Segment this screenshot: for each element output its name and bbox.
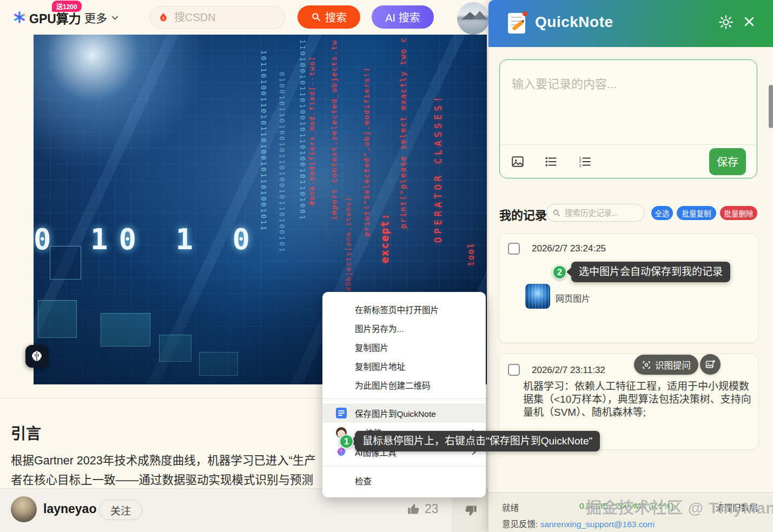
- menu-item-inspect[interactable]: 检查: [322, 471, 486, 490]
- my-records-title: 我的记录: [499, 205, 547, 223]
- brain-icon: [30, 350, 43, 363]
- logo-promo-badge: 送1200: [52, 1, 82, 12]
- scan-image-icon: [642, 360, 651, 370]
- records-search-input[interactable]: [565, 209, 638, 217]
- quicknote-title: QuickNote: [535, 14, 613, 31]
- search-button[interactable]: 搜索: [298, 5, 360, 29]
- menu-item-copy-image[interactable]: 复制图片: [322, 337, 486, 356]
- like-button[interactable]: 23: [407, 502, 439, 516]
- thumb-up-icon: [407, 502, 421, 516]
- more-label: 更多: [84, 9, 107, 25]
- menu-item-label: 保存图片到QuickNote: [355, 407, 436, 419]
- context-menu: 在新标签页中打开图片 图片另存为... 复制图片 复制图片地址 为此图片创建二维…: [322, 292, 486, 497]
- note-date: 2026/2/7 23:11:32: [532, 365, 605, 376]
- note-image-thumbnail[interactable]: [525, 284, 550, 309]
- quicknote-header: QuickNote: [488, 0, 773, 47]
- quicknote-doc-icon: [336, 408, 347, 418]
- menu-item-save-to-quicknote[interactable]: 保存图片到QuickNote: [322, 403, 486, 423]
- csdn-logo-icon: [12, 10, 27, 25]
- note-input-card: 123 保存: [499, 59, 757, 178]
- csdn-header: GPU算力 送1200 更多 搜索 AI 搜索: [0, 0, 488, 35]
- menu-separator: [322, 398, 486, 399]
- flame-icon: [158, 12, 169, 23]
- note-input[interactable]: [500, 60, 757, 141]
- more-menu[interactable]: 更多: [84, 9, 119, 25]
- menu-item-create-qr-code[interactable]: 为此图片创建二维码: [322, 375, 486, 394]
- step-badge-2: 2: [552, 265, 567, 280]
- note-image-label: 网页图片: [556, 291, 590, 304]
- search-icon: [311, 12, 321, 22]
- watermark: 掘金技术社区 @ TinyManta: [586, 495, 773, 518]
- ai-brain-overlay-button[interactable]: [25, 345, 48, 368]
- menu-item-copy-image-address[interactable]: 复制图片地址: [322, 356, 486, 375]
- status-ready: 就绪: [502, 501, 519, 513]
- menu-separator: [322, 466, 486, 467]
- site-search-box[interactable]: [150, 6, 285, 29]
- scrollbar-thumb[interactable]: [769, 85, 773, 128]
- author-avatar[interactable]: [11, 496, 37, 522]
- chevron-down-icon: [111, 14, 119, 22]
- note-toolbar: 123 保存: [500, 144, 757, 178]
- batch-delete-button[interactable]: 批量删除: [720, 206, 757, 220]
- search-button-label: 搜索: [325, 9, 347, 25]
- quicknote-logo-icon: [508, 13, 525, 34]
- site-search-input[interactable]: [174, 11, 261, 24]
- ai-search-button[interactable]: AI 搜索: [372, 5, 434, 29]
- thumb-down-icon: [463, 503, 478, 518]
- ocr-ask-button[interactable]: 识图提问: [634, 355, 698, 375]
- follow-button[interactable]: 关注: [99, 500, 142, 520]
- feedback-row: 意见反馈: sanrenxing_support@163.com: [502, 517, 655, 529]
- menu-item-save-image-as[interactable]: 图片另存为...: [322, 318, 486, 337]
- tooltip-step-1: 鼠标悬停图片上，右键点击"保存图片到QuickNote": [355, 431, 600, 451]
- note-card: 2026/2/7 23:24:25 网页图片: [499, 234, 758, 343]
- search-icon: [552, 209, 561, 217]
- ocr-ask-label: 识图提问: [655, 358, 691, 371]
- batch-copy-button[interactable]: 批量复制: [677, 206, 716, 220]
- gear-icon[interactable]: [718, 15, 734, 30]
- close-icon[interactable]: [743, 15, 756, 28]
- tooltip-step-2: 选中图片会自动保存到我的记录: [571, 262, 730, 282]
- image-add-icon: [705, 359, 716, 370]
- article-heading: 引言: [11, 422, 41, 443]
- note-text: 机器学习：依赖人工特征工程，适用于中小规模数据集（<10万样本），典型算法包括决…: [523, 380, 754, 419]
- note-checkbox[interactable]: [508, 243, 520, 255]
- ai-search-label: AI 搜索: [385, 9, 420, 25]
- note-checkbox[interactable]: [508, 364, 520, 376]
- author-name[interactable]: layneyao: [43, 502, 96, 516]
- bullet-list-icon[interactable]: [544, 155, 558, 169]
- menu-item-open-image-new-tab[interactable]: 在新标签页中打开图片: [322, 300, 486, 318]
- select-all-button[interactable]: 全选: [651, 206, 673, 220]
- feedback-label: 意见反馈:: [502, 520, 538, 529]
- records-search-box[interactable]: [546, 204, 645, 222]
- step-badge-1: 1: [339, 434, 354, 449]
- user-avatar[interactable]: [457, 2, 490, 35]
- note-date: 2026/2/7 23:24:25: [532, 243, 606, 254]
- numbered-list-icon[interactable]: 123: [578, 155, 592, 169]
- insert-image-icon[interactable]: [511, 155, 525, 169]
- image-action-button[interactable]: [700, 354, 721, 375]
- like-count: 23: [425, 502, 439, 516]
- feedback-email-link[interactable]: sanrenxing_support@163.com: [540, 520, 655, 529]
- save-button[interactable]: 保存: [709, 148, 746, 175]
- svg-text:3: 3: [579, 163, 581, 168]
